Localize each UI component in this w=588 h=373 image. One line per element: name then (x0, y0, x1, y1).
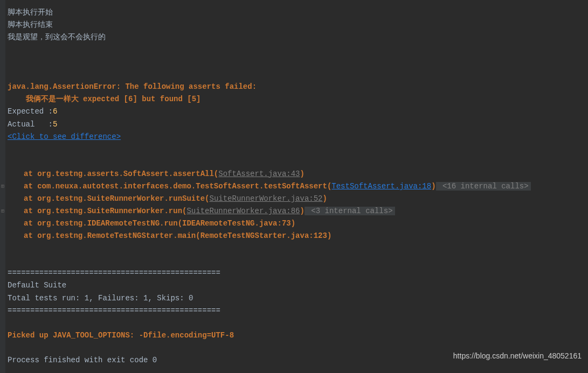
file-link[interactable]: SoftAssert.java:43 (218, 170, 300, 178)
watermark: https://blog.csdn.net/weixin_48052161 (453, 350, 582, 362)
diff-link[interactable]: <Click to see difference> (8, 132, 121, 141)
at-keyword: at (24, 194, 37, 203)
internal-calls[interactable]: <3 internal calls> (305, 207, 395, 215)
file-link[interactable]: SuiteRunnerWorker.java:52 (209, 194, 322, 203)
internal-calls[interactable]: <16 internal calls> (436, 182, 531, 191)
method-name: org.testng.SuiteRunnerWorker.run( (37, 207, 186, 215)
close-paren: ) (323, 194, 327, 203)
stack-frame: at org.testng.asserts.SoftAssert.assertA… (8, 168, 580, 180)
method-name: org.testng.IDEARemoteTestNG.run(IDEARemo… (37, 219, 295, 228)
file-link[interactable]: TestSoftAssert.java:18 (331, 182, 431, 191)
divider: ========================================… (8, 305, 580, 317)
at-keyword: at (24, 219, 37, 228)
method-name: com.neuxa.autotest.interfaces.demo.TestS… (37, 182, 331, 191)
method-name: org.testng.asserts.SoftAssert.assertAll( (37, 170, 218, 178)
method-name: org.testng.SuiteRunnerWorker.runSuite( (37, 194, 209, 203)
actual-line: Actual :5 (8, 118, 580, 131)
close-paren: ) (300, 207, 305, 215)
suite-name: Default Suite (8, 279, 580, 292)
expected-value: 6 (53, 107, 57, 116)
close-paren: ) (431, 182, 435, 191)
at-keyword: at (24, 182, 37, 191)
output-line: 我是观望，到这会不会执行的 (8, 31, 580, 44)
expand-icon[interactable]: ⊞ (0, 180, 5, 193)
stack-frame: ⊞at com.neuxa.autotest.interfaces.demo.T… (8, 180, 580, 193)
output-line: 脚本执行开始 (8, 6, 580, 19)
output-line: 脚本执行结束 (8, 19, 580, 31)
method-name: org.testng.RemoteTestNGStarter.main(Remo… (37, 231, 331, 240)
java-options: Picked up JAVA_TOOL_OPTIONS: -Dfile.enco… (8, 329, 580, 342)
close-paren: ) (300, 170, 305, 178)
at-keyword: at (24, 231, 37, 240)
assert-message: 我俩不是一样大 expected [6] but found [5] (26, 95, 201, 103)
divider: ========================================… (8, 267, 580, 279)
results-line: Total tests run: 1, Failures: 1, Skips: … (8, 292, 580, 305)
file-link[interactable]: SuiteRunnerWorker.java:86 (186, 207, 300, 215)
console-output: 脚本执行开始 脚本执行结束 我是观望，到这会不会执行的 java.lang.As… (8, 6, 580, 367)
at-keyword: at (24, 170, 37, 178)
expected-line: Expected :6 (8, 105, 580, 118)
actual-value: 5 (53, 120, 57, 129)
stack-frame: ⊞at org.testng.SuiteRunnerWorker.run(Sui… (8, 205, 580, 217)
stack-frame: at org.testng.SuiteRunnerWorker.runSuite… (8, 193, 580, 205)
assert-line: 我俩不是一样大 expected [6] but found [5] (8, 93, 580, 105)
expand-icon[interactable]: ⊞ (0, 205, 5, 217)
stack-frame: at org.testng.RemoteTestNGStarter.main(R… (8, 230, 580, 242)
at-keyword: at (24, 207, 37, 215)
stack-frame: at org.testng.IDEARemoteTestNG.run(IDEAR… (8, 217, 580, 230)
error-header: java.lang.AssertionError: The following … (8, 81, 580, 93)
